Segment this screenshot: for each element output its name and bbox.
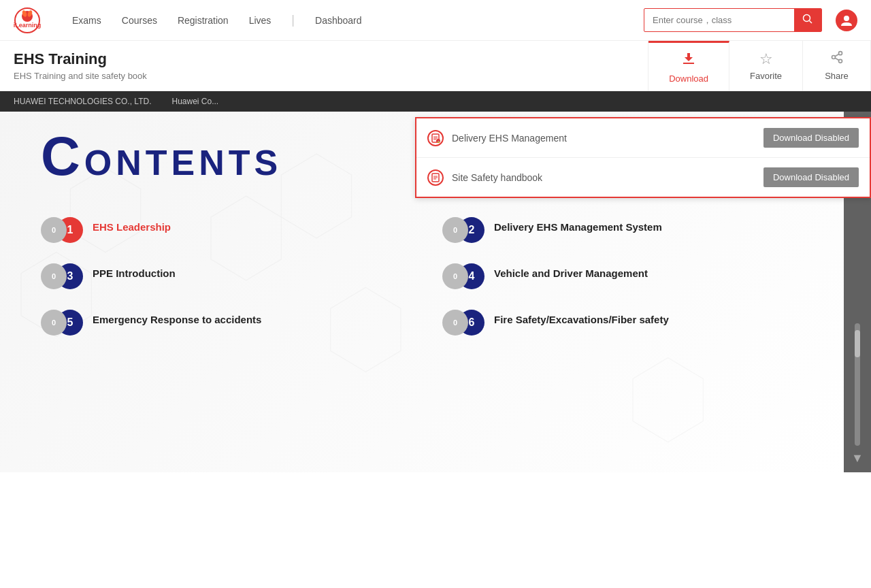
svg-point-9 [838,52,842,55]
course-actions: Download ☆ Favorite Share [648,41,871,91]
main-nav: Exams Courses Registration Lives | Dashb… [72,13,644,27]
num-bg-4: 0 [442,263,468,289]
svg-text:iLearning: iLearning [14,22,41,29]
course-info: EHS Training EHS Training and site safet… [0,41,648,91]
download-svg [680,50,697,67]
svg-point-11 [838,59,842,63]
num-bg-3: 0 [41,263,67,289]
svg-point-10 [832,56,835,59]
favorite-label: Favorite [750,71,782,81]
company-description: Huawei Co... [171,97,218,106]
item-text-5: Emergency Response to accidents [93,310,261,325]
course-subtitle: EHS Training and site safety book [14,71,634,81]
svg-marker-29 [633,358,703,442]
item-text-6: Fire Safety/Excavations/Fiber safety [494,310,669,325]
svg-point-7 [844,16,849,21]
download-action[interactable]: Download [648,41,729,91]
nav-divider: | [291,13,295,27]
download-icon [680,50,697,71]
num-bg-5: 0 [41,310,67,336]
favorite-icon: ☆ [759,50,773,68]
nav-dashboard[interactable]: Dashboard [315,15,362,26]
big-c: C [41,126,84,186]
search-bar [644,8,822,32]
item-number-3: 0 3 [41,263,83,289]
item-text-4: Vehicle and Driver Management [494,263,648,279]
favorite-action[interactable]: ☆ Favorite [729,41,803,91]
header: iLearning Exams Courses Registration Liv… [0,0,871,41]
file-svg-1: 🔒 [431,133,440,143]
svg-point-5 [804,15,810,22]
download-disabled-btn-2[interactable]: Download Disabled [763,167,859,187]
download-disabled-btn-1[interactable]: Download Disabled [763,128,859,148]
search-icon [802,14,813,24]
search-input[interactable] [644,11,794,29]
course-title: EHS Training [14,50,634,68]
dropdown-item-1: 🔒 Delivery EHS Management Download Disab… [416,118,870,158]
company-name: HUAWEI TECHNOLOGIES CO., LTD. [14,97,151,106]
avatar[interactable] [836,10,857,31]
course-header: EHS Training EHS Training and site safet… [0,41,871,91]
item-number-4: 0 4 [442,263,484,289]
nav-exams[interactable]: Exams [72,15,101,26]
file-icon-1: 🔒 [427,130,444,146]
svg-line-6 [810,21,812,24]
svg-line-12 [835,58,839,60]
list-item: 0 5 Emergency Response to accidents [41,310,401,336]
num-bg-2: 0 [442,217,468,243]
search-button[interactable] [794,9,821,31]
user-icon [840,14,853,27]
item-text-2: Delivery EHS Management System [494,217,662,233]
scroll-track [855,323,860,446]
file-name-2: Site Safety handbook [452,172,763,183]
list-item: 0 4 Vehicle and Driver Management [442,263,803,289]
dropdown-item-2: Site Safety handbook Download Disabled [416,158,870,197]
item-number-6: 0 6 [442,310,484,336]
contents-rest: ONTENTS [84,143,282,182]
list-item: 0 3 PPE Introduction [41,263,401,289]
logo[interactable]: iLearning [14,7,45,34]
item-text-1: EHS Leadership [93,217,171,233]
contents-grid: 0 1 EHS Leadership 0 2 Delivery EHS Mana… [41,217,803,336]
nav-lives[interactable]: Lives [249,15,272,26]
svg-rect-8 [683,63,694,64]
scroll-down-icon[interactable]: ▼ [851,451,864,466]
file-name-1: Delivery EHS Management [452,133,763,144]
item-number-2: 0 2 [442,217,484,243]
scrollbar-area: ▼ [851,173,864,472]
share-action[interactable]: Share [803,41,871,91]
nav-registration[interactable]: Registration [178,15,229,26]
download-dropdown: 🔒 Delivery EHS Management Download Disab… [415,117,871,198]
company-bar: HUAWEI TECHNOLOGIES CO., LTD. Huawei Co.… [0,91,871,112]
list-item: 0 1 EHS Leadership [41,217,401,243]
list-item: 0 2 Delivery EHS Management System [442,217,803,243]
list-item: 0 6 Fire Safety/Excavations/Fiber safety [442,310,803,336]
file-svg-2 [431,173,440,182]
nav-courses[interactable]: Courses [122,15,157,26]
svg-text:🔒: 🔒 [437,140,440,143]
scroll-thumb[interactable] [855,330,860,357]
num-bg-1: 0 [41,217,67,243]
file-icon-2 [427,169,444,186]
download-label: Download [669,74,708,84]
share-icon [830,50,844,68]
share-svg [830,50,844,64]
item-text-3: PPE Introduction [93,263,176,279]
svg-line-13 [835,54,839,56]
item-number-1: 0 1 [41,217,83,243]
num-bg-6: 0 [442,310,468,336]
share-label: Share [825,71,849,81]
item-number-5: 0 5 [41,310,83,336]
